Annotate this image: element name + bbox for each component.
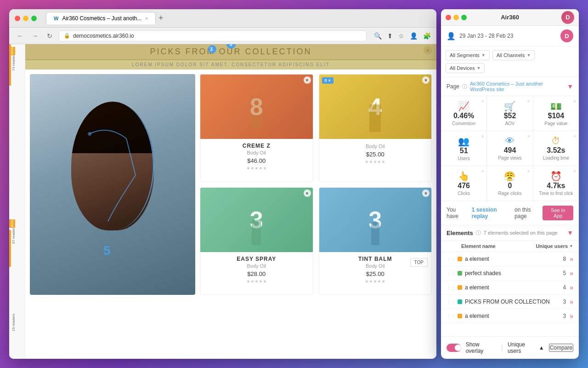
elements-title: Elements [447,230,473,236]
panel-maximize-light[interactable] [461,15,467,20]
metric-info-icon-4[interactable]: × [481,134,484,139]
product-info-4: TINT BALM Body Oil $25.00 ★★★★★ [319,252,432,288]
elements-info-icon[interactable]: ⓘ [476,230,481,236]
element-arrow-2[interactable]: » [570,270,573,277]
conversion-value: 0.46% [445,112,483,120]
search-button[interactable]: 🔍 [374,32,382,40]
element-arrow-1[interactable]: » [570,255,573,263]
panel-close-light[interactable] [446,15,451,20]
metric-info-icon-5[interactable]: × [527,134,530,139]
drag-handle-1[interactable]: ⋮⋮ [447,257,456,262]
product-close-2[interactable]: × [422,76,430,84]
trend-up-icon: 📈 [445,101,483,112]
wordpress-icon: W [54,16,58,21]
panel-date-range: 29 Jan 23 - 28 Feb 23 [459,33,513,39]
metric-info-icon-7[interactable]: × [481,169,484,174]
filter-all-channels[interactable]: All Channels ▼ [492,50,535,60]
element-arrow-4[interactable]: » [570,298,573,305]
metric-info-icon-6[interactable]: × [573,134,576,139]
top-button[interactable]: TOP [410,258,428,267]
element-arrow-3[interactable]: » [570,284,573,291]
readers-label-1: 74 readers [11,53,16,71]
metric-page-value: × 💵 $104 Page value [533,96,579,131]
model-image: 5 [30,74,195,295]
drag-handle-3[interactable]: ⋮⋮ [447,285,456,290]
elements-chevron-icon[interactable]: ▼ [567,229,573,236]
products-grid: × 8 CREME Z Body Oil $46.00 ★★★★★ [200,74,432,295]
product-bottle-1 [249,98,263,130]
element-name-4: PICKS FROM OUR COLLECTION [465,299,552,305]
metric-info-icon-2[interactable]: × [527,99,530,104]
panel-titlebar: Air360 D [441,9,579,26]
minimize-traffic-light[interactable] [23,16,28,21]
metric-info-icon-8[interactable]: × [527,169,530,174]
element-count-2: 5 [552,270,566,276]
page-chevron-icon[interactable]: ▼ [567,83,573,90]
footer-separator: | [501,344,503,352]
element-row-4: ⋮⋮ PICKS FROM OUR COLLECTION 3 » [441,295,579,309]
address-field[interactable]: 🔒 democosmetics.air360.io [59,30,367,41]
extensions-button[interactable]: 🧩 [423,32,431,40]
pct-label-2: 40% [9,219,15,228]
model-number-5: 5 [103,243,111,258]
metric-rage-clicks: × 😤 0 Rage clicks [487,166,532,201]
rage-clicks-value: 0 [491,182,529,190]
banner-close-icon[interactable]: × [424,46,432,54]
product-close-4[interactable]: × [422,190,430,197]
active-tab[interactable]: W Air360 Cosmetics – Just anoth... × [46,12,156,24]
page-value-value: $104 [537,112,575,120]
product-bottle-2 [369,104,381,132]
element-color-3 [458,285,462,290]
eye-icon: 👁 [491,136,529,146]
panel-page-section: Page ⓘ Air360 Cosmetics – Just another W… [441,77,579,96]
metric-info-icon-3[interactable]: × [573,99,576,104]
forward-button[interactable]: → [29,32,40,40]
drag-handle-4[interactable]: ⋮⋮ [447,299,456,305]
panel-footer: Show overlay | Unique users ▲ Compare [441,336,579,359]
drag-handle-5[interactable]: ⋮⋮ [447,314,456,319]
refresh-button[interactable]: ↻ [44,32,55,40]
toggle-knob [455,345,461,351]
overlay-toggle[interactable] [447,344,461,352]
show-overlay-label: Show overlay [466,341,497,354]
elements-count-text: 7 elements selected on this page [484,230,564,236]
tab-close-button[interactable]: × [145,16,148,21]
drag-handle-2[interactable]: ⋮⋮ [447,271,456,276]
profile-button[interactable]: 👤 [410,32,418,40]
metric-info-icon-1[interactable]: × [481,99,484,104]
sort-icon[interactable]: ▼ [569,244,573,248]
filter-all-devices[interactable]: All Devices ▼ [446,63,485,73]
metric-info-icon-9[interactable]: × [573,169,576,174]
product-type-1: Body Oil [204,150,309,155]
col-unique-users-header[interactable]: Unique users ▼ [536,243,573,249]
close-traffic-light[interactable] [15,16,20,21]
compare-button[interactable]: Compare [549,344,573,352]
back-button[interactable]: ← [15,32,26,40]
product-close-1[interactable]: × [304,76,311,84]
element-row-1: ⋮⋮ a element 8 » [441,252,579,266]
element-arrow-5[interactable]: » [570,312,573,320]
filter-channels-label: All Channels [497,52,525,58]
session-replay-link[interactable]: 1 session replay [472,207,509,219]
product-bottle-4 [371,222,379,245]
product-close-3[interactable]: × [304,190,311,197]
panel-minimize-light[interactable] [453,15,459,20]
metric-clicks: × 👆 476 Clicks [441,166,486,201]
product-image-1: × 8 [200,75,313,139]
see-in-app-button[interactable]: See in App [543,206,573,220]
maximize-traffic-light[interactable] [31,16,37,21]
browser-titlebar: W Air360 Cosmetics – Just anoth... × + [9,9,436,28]
element-row-2: ⋮⋮ perfect shades 5 » [441,266,579,281]
air360-panel: Air360 D 👤 29 Jan 23 - 28 Feb 23 D All S… [441,9,579,359]
page-link-text[interactable]: Air360 Cosmetics – Just another WordPres… [470,81,564,92]
share-button[interactable]: ⬆ [387,32,393,40]
banner-subtitle: LOREM IPSUM DOLOR SIT AMET, CONSECTETUR … [25,60,436,69]
dollar-icon: 💵 [537,101,575,112]
bookmark-button[interactable]: ☆ [398,32,404,40]
unique-users-dropdown[interactable]: Unique users ▲ [508,341,544,354]
panel-avatar-badge[interactable]: D [560,29,573,42]
filter-all-segments[interactable]: All Segments ▼ [446,50,490,60]
metric-users: × 👥 51 Users [441,131,486,166]
info-icon[interactable]: ⓘ [462,83,467,90]
new-tab-button[interactable]: + [158,13,164,23]
